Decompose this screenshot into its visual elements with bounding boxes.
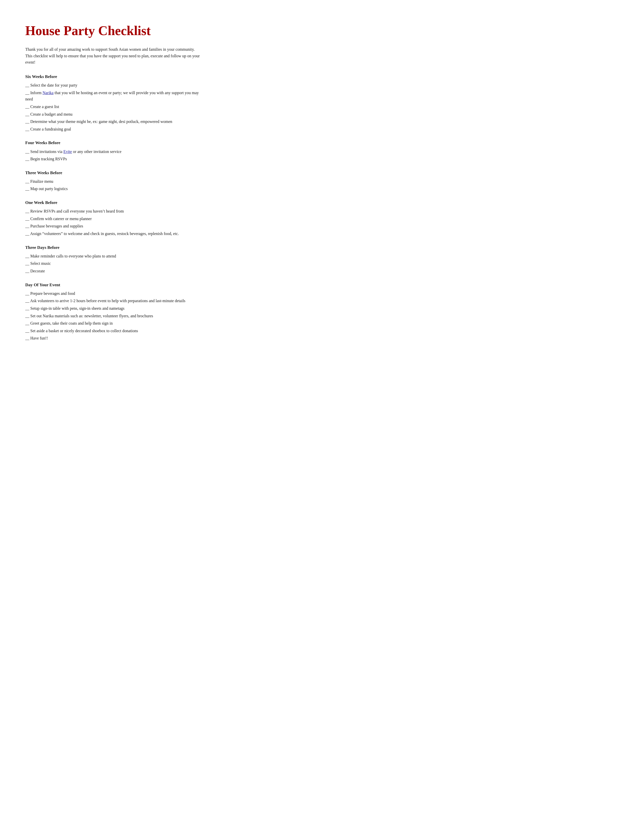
section-heading-three-days: Three Days Before: [25, 244, 202, 251]
intro-paragraph: Thank you for all of your amazing work t…: [25, 46, 202, 66]
list-item: Ask volunteers to arrive 1-2 hours befor…: [25, 298, 202, 304]
list-item: Confirm with caterer or menu planner: [25, 215, 202, 222]
list-item: Setup sign-in table with pens, sign-in s…: [25, 305, 202, 312]
list-item: Have fun!!: [25, 335, 202, 341]
list-item: Create a guest list: [25, 103, 202, 110]
section-heading-one-week: One Week Before: [25, 199, 202, 206]
section-heading-four-weeks: Four Weeks Before: [25, 139, 202, 146]
list-item: Select music: [25, 260, 202, 267]
list-item: Create a fundraising goal: [25, 126, 202, 132]
section-one-week: One Week Before Review RSVPs and call ev…: [25, 199, 202, 237]
list-item: Review RSVPs and call everyone you haven…: [25, 208, 202, 215]
narika-link[interactable]: Narika: [42, 91, 53, 95]
section-heading-six-weeks: Six Weeks Before: [25, 73, 202, 80]
section-four-weeks: Four Weeks Before Send invitations via E…: [25, 139, 202, 162]
section-heading-day-of-event: Day Of Your Event: [25, 281, 202, 288]
list-item: Make reminder calls to everyone who plan…: [25, 253, 202, 259]
list-item: Decorate: [25, 268, 202, 274]
list-item: Assign “volunteers” to welcome and check…: [25, 230, 202, 237]
list-item: Set aside a basket or nicely decorated s…: [25, 328, 202, 334]
list-item: Select the date for your party: [25, 82, 202, 88]
section-heading-three-weeks: Three Weeks Before: [25, 169, 202, 176]
section-three-days: Three Days Before Make reminder calls to…: [25, 244, 202, 274]
section-day-of-event: Day Of Your Event Prepare beverages and …: [25, 281, 202, 341]
list-item: Begin tracking RSVPs: [25, 156, 202, 162]
list-item: Create a budget and menu: [25, 111, 202, 117]
list-item: Finalize menu: [25, 178, 202, 185]
list-item: Send invitations via Evite or any other …: [25, 148, 202, 155]
evite-link[interactable]: Evite: [63, 150, 72, 154]
list-item: Map out party logistics: [25, 185, 202, 192]
list-item: Inform Narika that you will be hosting a…: [25, 90, 202, 103]
list-item: Prepare beverages and food: [25, 290, 202, 297]
page-title: House Party Checklist: [25, 20, 202, 41]
section-six-weeks: Six Weeks Before Select the date for you…: [25, 73, 202, 132]
list-item: Set out Narika materials such as: newsle…: [25, 313, 202, 319]
list-item: Determine what your theme might be, ex: …: [25, 118, 202, 125]
list-item: Greet guests, take their coats and help …: [25, 320, 202, 326]
section-three-weeks: Three Weeks Before Finalize menu Map out…: [25, 169, 202, 192]
list-item: Purchase beverages and supplies: [25, 223, 202, 230]
